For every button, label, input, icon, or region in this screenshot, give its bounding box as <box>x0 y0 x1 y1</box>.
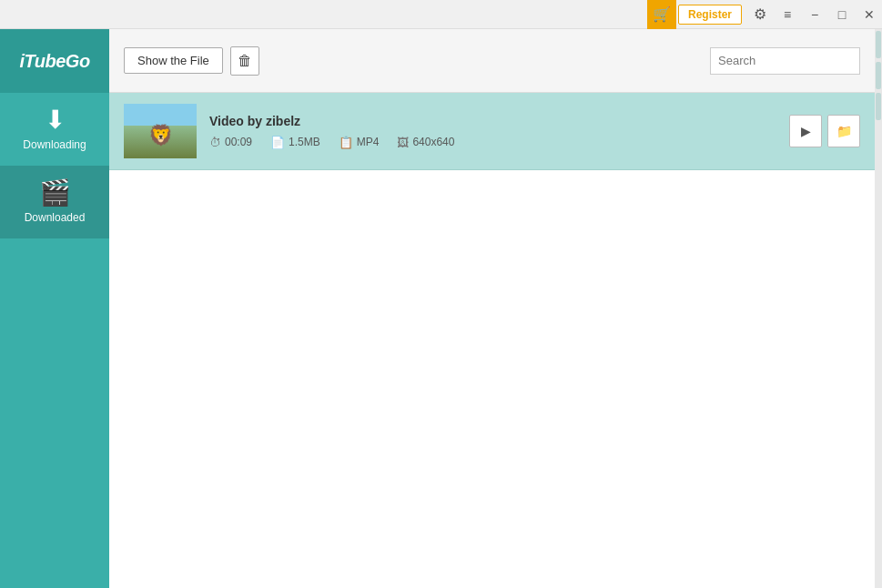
menu-button[interactable]: ≡ <box>775 2 800 27</box>
right-edge <box>875 29 882 588</box>
minimize-button[interactable]: − <box>802 2 827 27</box>
right-edge-item <box>876 93 881 120</box>
sidebar-label-downloading: Downloading <box>23 138 86 151</box>
right-edge-item <box>876 62 881 89</box>
sidebar-item-downloaded[interactable]: 🎬 Downloaded <box>0 166 109 238</box>
sidebar-label-downloaded: Downloaded <box>25 211 86 224</box>
meta-duration: ⏱ 00:09 <box>209 136 252 149</box>
settings-button[interactable]: ⚙ <box>747 2 773 27</box>
trash-icon: 🗑 <box>238 53 252 69</box>
sidebar-item-downloading[interactable]: ⬇ Downloading <box>0 93 109 166</box>
main-layout: iTubeGo ⬇ Downloading 🎬 Downloaded Show … <box>0 29 882 588</box>
format-icon: 📋 <box>339 136 353 149</box>
content-area: Show the File 🗑 🦁 Video by zibelz <box>109 29 875 588</box>
video-actions: ▶ 📁 <box>789 115 860 147</box>
show-file-button[interactable]: Show the File <box>124 47 223 74</box>
downloaded-icon: 🎬 <box>39 180 71 206</box>
resolution-value: 640x640 <box>412 136 454 148</box>
clock-icon: ⏱ <box>209 136 221 149</box>
meta-size: 📄 1.5MB <box>270 136 320 149</box>
size-value: 1.5MB <box>289 136 320 148</box>
video-thumbnail: 🦁 <box>124 104 197 158</box>
format-value: MP4 <box>357 136 380 148</box>
thumb-animal-icon: 🦁 <box>148 124 173 147</box>
title-bar-actions: 🛒 Register ⚙ ≡ − □ ✕ <box>647 0 882 29</box>
folder-icon: 📁 <box>836 124 852 138</box>
play-button[interactable]: ▶ <box>789 115 822 147</box>
resolution-icon: 🖼 <box>397 136 409 149</box>
file-size-icon: 📄 <box>270 136 285 149</box>
meta-resolution: 🖼 640x640 <box>397 136 454 149</box>
close-button[interactable]: ✕ <box>857 2 882 27</box>
meta-format: 📋 MP4 <box>339 136 380 149</box>
right-edge-item <box>876 31 881 58</box>
folder-button[interactable]: 📁 <box>827 115 860 147</box>
video-list: 🦁 Video by zibelz ⏱ 00:09 📄 1.5MB <box>109 93 875 588</box>
sidebar: iTubeGo ⬇ Downloading 🎬 Downloaded <box>0 29 109 588</box>
downloading-icon: ⬇ <box>45 107 66 133</box>
cart-icon: 🛒 <box>647 0 676 29</box>
app-logo: iTubeGo <box>0 29 109 93</box>
title-bar: 🛒 Register ⚙ ≡ − □ ✕ <box>0 0 882 29</box>
toolbar: Show the File 🗑 <box>109 29 875 93</box>
video-title: Video by zibelz <box>209 114 776 128</box>
register-button[interactable]: Register <box>678 5 742 25</box>
play-icon: ▶ <box>801 124 811 138</box>
video-item: 🦁 Video by zibelz ⏱ 00:09 📄 1.5MB <box>109 93 875 170</box>
video-info: Video by zibelz ⏱ 00:09 📄 1.5MB 📋 MP4 <box>209 114 776 149</box>
maximize-button[interactable]: □ <box>829 2 855 27</box>
duration-value: 00:09 <box>225 136 252 148</box>
delete-button[interactable]: 🗑 <box>230 46 259 76</box>
video-meta: ⏱ 00:09 📄 1.5MB 📋 MP4 🖼 <box>209 136 776 149</box>
search-input[interactable] <box>710 47 860 75</box>
